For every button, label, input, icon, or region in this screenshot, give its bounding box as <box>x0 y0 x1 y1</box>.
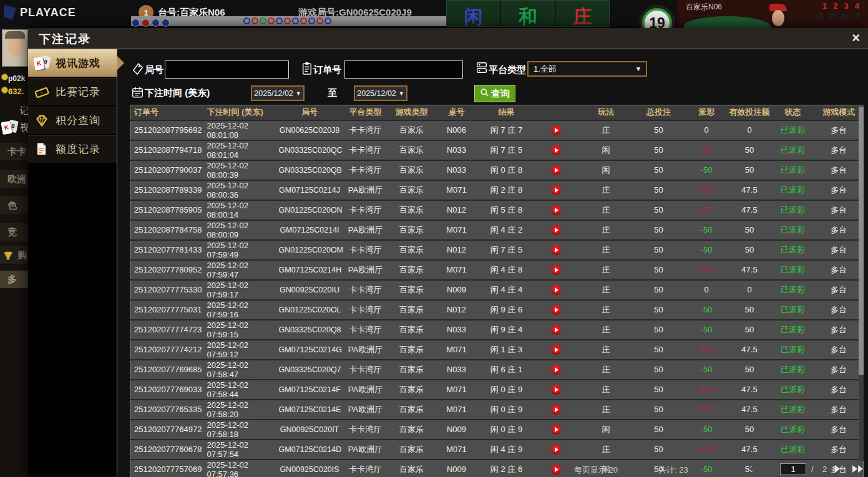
cards-icon: K9 <box>1 119 19 134</box>
cell-order-no: 251202077774212 <box>130 340 206 360</box>
platform-icon <box>475 61 488 77</box>
cell-table-no: N012 <box>433 300 480 320</box>
cell-bet-time: 2025-12-02 07:58:20 <box>206 400 279 420</box>
cell-order-no: 251202087789339 <box>130 180 206 200</box>
cell-order-no: 251202087790037 <box>130 160 206 180</box>
cell-game-mode: 多台 <box>815 360 864 380</box>
cell-valid-bet: 50 <box>728 220 771 240</box>
replay-button[interactable] <box>551 305 561 315</box>
replay-button[interactable] <box>551 145 561 155</box>
order-no-input[interactable] <box>344 60 463 79</box>
cell-replay <box>533 260 580 280</box>
cell-bet-time: 2025-12-02 08:00:09 <box>206 220 279 240</box>
sidebar-tab-2[interactable]: 比赛记录 <box>28 78 117 105</box>
cell-valid-bet: 0 <box>728 120 771 140</box>
cell-replay <box>533 420 580 440</box>
replay-button[interactable] <box>551 265 561 275</box>
cell-payout: 47.5 <box>685 400 728 420</box>
cell-round-no: GM07125C0214G <box>279 340 341 360</box>
cell-game-mode: 多台 <box>815 400 864 420</box>
replay-button[interactable] <box>551 445 561 455</box>
table-row: 2512020877956922025-12-02 08:01:08GN0062… <box>130 120 864 140</box>
last-page-button[interactable] <box>852 465 863 473</box>
cell-valid-bet: 50 <box>728 240 771 260</box>
cell-total-bet: 50 <box>633 120 685 140</box>
replay-button[interactable] <box>551 425 561 435</box>
cell-result: 闲 4 庄 2 <box>480 220 533 240</box>
date-from-select[interactable]: 2025/12/02▼ <box>251 85 305 101</box>
col-header-1: 订单号 <box>130 105 206 120</box>
col-header-3: 局号 <box>279 105 341 120</box>
cell-platform: 卡卡湾厅 <box>341 300 391 320</box>
cell-replay <box>533 360 580 380</box>
sidebar-tab-1[interactable]: K9视讯游戏 <box>28 49 117 77</box>
cell-replay <box>533 340 580 360</box>
date-to-select[interactable]: 2025/12/02▼ <box>354 85 407 101</box>
cell-status: 已派彩 <box>771 180 815 200</box>
dialog-title-bar: 下注记录 × <box>28 28 868 49</box>
dialog-sidebar: K9视讯游戏比赛记录积分查询额度记录 <box>28 49 117 476</box>
close-icon[interactable]: × <box>852 30 860 46</box>
cell-order-no: 251202087794718 <box>130 140 206 160</box>
cell-game-type: 百家乐 <box>391 320 433 340</box>
replay-button[interactable] <box>551 385 561 395</box>
cell-payout: 47.5 <box>685 340 728 360</box>
cell-status: 已派彩 <box>771 240 815 260</box>
cell-bet-time: 2025-12-02 08:01:04 <box>206 140 279 160</box>
table-row: 2512020777653352025-12-02 07:58:20GM0712… <box>130 400 864 420</box>
stat-badge-icon <box>162 19 170 27</box>
page-number-input[interactable] <box>780 463 806 475</box>
scrollbar-track <box>859 105 864 461</box>
prev-page-button[interactable] <box>766 465 771 473</box>
cell-table-no: N012 <box>433 240 480 260</box>
first-page-button[interactable] <box>749 465 759 473</box>
cell-game-type: 百家乐 <box>391 140 433 160</box>
replay-button[interactable] <box>551 225 561 235</box>
record-count-label: 共计: 23 <box>658 465 688 476</box>
cell-status: 已派彩 <box>771 120 815 140</box>
cell-bet-time: 2025-12-02 07:59:49 <box>206 240 279 260</box>
cell-bet-time: 2025-12-02 07:59:17 <box>206 280 279 300</box>
replay-button[interactable] <box>551 205 561 215</box>
cell-replay <box>533 120 580 140</box>
cell-play-type: 庄 <box>580 200 633 220</box>
replay-button[interactable] <box>551 285 561 295</box>
cell-replay <box>533 160 580 180</box>
cell-table-no: N033 <box>433 160 480 180</box>
cell-game-type: 百家乐 <box>391 300 433 320</box>
sidebar-tab-3[interactable]: 积分查询 <box>28 107 117 134</box>
cell-platform: 卡卡湾厅 <box>341 200 391 220</box>
scrollbar-thumb[interactable] <box>859 107 864 375</box>
cell-bet-time: 2025-12-02 07:57:54 <box>206 440 279 460</box>
cell-table-no: M071 <box>433 260 480 280</box>
cell-payout: -50 <box>685 240 728 260</box>
replay-button[interactable] <box>551 125 561 135</box>
cell-round-no: GM07125C0214F <box>279 380 341 400</box>
cell-table-no: M071 <box>433 220 480 240</box>
platform-type-select[interactable]: 1.全部 ▼ <box>527 61 647 77</box>
replay-button[interactable] <box>551 345 561 355</box>
replay-button[interactable] <box>551 165 561 175</box>
cell-payout: -50 <box>685 360 728 380</box>
video-table-label: 百家乐N06 <box>686 2 722 12</box>
cell-game-type: 百家乐 <box>391 360 433 380</box>
table-row: 2512020777814332025-12-02 07:59:49GN0122… <box>130 240 864 260</box>
replay-button[interactable] <box>551 365 561 375</box>
sidebar-tab-4[interactable]: 额度记录 <box>28 135 117 163</box>
cell-table-no: N033 <box>433 320 480 340</box>
per-page-label: 每页显示 20 <box>574 465 618 476</box>
replay-button[interactable] <box>551 245 561 255</box>
cell-status: 已派彩 <box>771 160 815 180</box>
col-header-10: 派彩 <box>685 105 728 120</box>
replay-button[interactable] <box>551 325 561 335</box>
round-no-input[interactable] <box>165 60 289 79</box>
replay-button[interactable] <box>551 405 561 415</box>
table-header-row: 订单号下注时间 (美东)局号平台类型游戏类型桌号结果玩法总投注派彩有效投注额状态… <box>130 105 864 120</box>
next-page-button[interactable] <box>835 465 840 473</box>
replay-button[interactable] <box>551 185 561 195</box>
cell-platform: PA欧洲厅 <box>341 340 391 360</box>
cell-round-no: GN00625C020J8 <box>279 120 341 140</box>
bead-red <box>251 17 258 24</box>
chevron-down-icon: ▼ <box>399 90 404 97</box>
search-button[interactable]: 查询 <box>474 85 515 102</box>
